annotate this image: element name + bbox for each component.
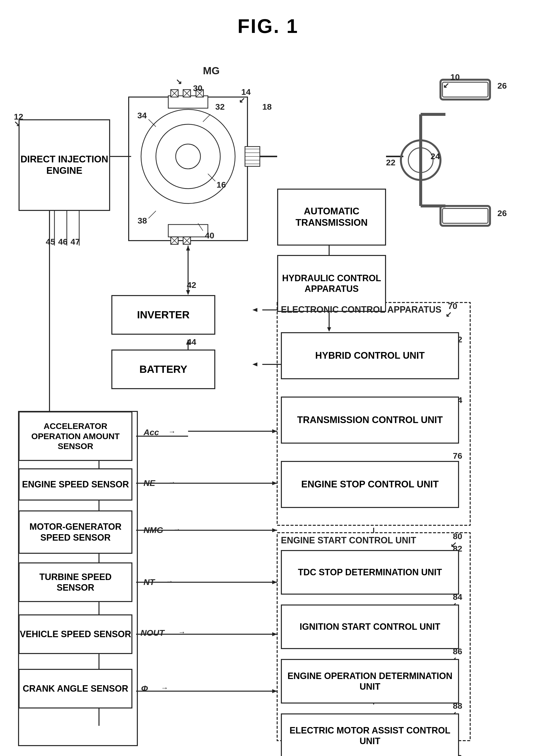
engine-operation-determination-unit-box: ENGINE OPERATION DETERMINATION UNIT <box>281 659 459 704</box>
engine-stop-control-unit-box: ENGINE STOP CONTROL UNIT <box>281 461 459 508</box>
engine-speed-sensor-box: ENGINE SPEED SENSOR <box>18 468 132 500</box>
label-70: 70 <box>448 301 457 311</box>
svg-rect-7 <box>183 89 190 97</box>
label-phi: Φ <box>141 684 148 693</box>
svg-marker-49 <box>186 246 190 251</box>
label-26b: 26 <box>497 208 507 218</box>
ignition-start-control-unit-box: IGNITION START CONTROL UNIT <box>281 604 459 649</box>
svg-point-4 <box>176 144 200 169</box>
svg-rect-16 <box>171 237 178 244</box>
turbine-speed-sensor-box: TURBINE SPEED SENSOR <box>18 563 132 602</box>
label-42: 42 <box>187 280 196 290</box>
svg-line-18 <box>171 237 178 244</box>
svg-line-31 <box>208 174 215 181</box>
battery-box: BATTERY <box>111 350 215 389</box>
inverter-box: INVERTER <box>111 295 215 335</box>
electric-motor-assist-control-unit-box: ELECTRIC MOTOR ASSIST CONTROL UNIT <box>281 713 459 756</box>
svg-line-33 <box>198 223 203 231</box>
direct-injection-engine-box: DIRECT INJECTION ENGINE <box>18 119 110 211</box>
label-14: 14 <box>241 87 251 97</box>
svg-line-11 <box>183 89 190 97</box>
label-44: 44 <box>187 337 196 347</box>
label-34: 34 <box>137 111 147 120</box>
fig-label: MG <box>203 65 220 77</box>
label-arrow-nout: → <box>178 628 185 636</box>
label-arrow-nt: → <box>166 577 173 586</box>
label-76: 76 <box>453 451 462 461</box>
svg-line-30 <box>203 114 210 122</box>
label-16: 16 <box>217 180 226 189</box>
svg-rect-23 <box>245 147 260 166</box>
label-18: 18 <box>262 102 272 112</box>
label-80: 80 <box>453 532 462 541</box>
label-arrow-nmg: → <box>173 525 181 534</box>
svg-marker-37 <box>327 327 331 332</box>
svg-marker-76 <box>272 689 277 693</box>
label-46: 46 <box>58 237 68 247</box>
label-arrow-ne: → <box>168 478 176 487</box>
engine-start-control-unit-label: ENGINE START CONTROL UNIT <box>281 535 416 546</box>
arrow-mg: ↘ <box>176 77 182 86</box>
accelerator-operation-amount-sensor-box: ACCELERATOR OPERATION AMOUNT SENSOR <box>18 411 132 461</box>
svg-marker-74 <box>272 632 277 636</box>
motor-generator-speed-sensor-box: MOTOR-GENERATOR SPEED SENSOR <box>18 510 132 554</box>
label-24: 24 <box>431 152 440 161</box>
svg-rect-43 <box>443 82 488 97</box>
electronic-control-apparatus-label: ELECTRONIC CONTROL APPARATUS <box>281 304 442 315</box>
svg-point-3 <box>156 124 220 189</box>
label-arrow-phi: → <box>161 684 168 692</box>
svg-line-29 <box>149 119 156 127</box>
svg-line-32 <box>149 211 156 218</box>
svg-line-10 <box>171 89 178 97</box>
svg-rect-45 <box>443 208 488 223</box>
svg-rect-6 <box>171 89 178 97</box>
svg-marker-50 <box>186 290 190 295</box>
diagram-container: MG ↘ 10 ↙ 14 ↙ 18 12 ↘ 30 34 32 16 38 40… <box>0 43 536 756</box>
transmission-control-unit-box: TRANSMISSION CONTROL UNIT <box>281 396 459 444</box>
svg-line-20 <box>183 237 190 244</box>
label-45: 45 <box>46 237 55 247</box>
label-arrow-14: ↙ <box>239 96 245 104</box>
label-arrow-70: ↙ <box>446 310 452 319</box>
label-32: 32 <box>215 102 225 112</box>
svg-rect-15 <box>168 224 208 237</box>
svg-marker-72 <box>272 580 277 584</box>
hydraulic-control-apparatus-box: HYDRAULIC CONTROL APPARATUS <box>277 255 386 312</box>
tdc-stop-determination-unit-box: TDC STOP DETERMINATION UNIT <box>281 550 459 595</box>
svg-line-19 <box>171 237 178 244</box>
label-38: 38 <box>138 216 147 225</box>
hybrid-control-unit-box: HYBRID CONTROL UNIT <box>281 332 459 379</box>
page-title: FIG. 1 <box>0 0 536 38</box>
label-nt: NT <box>144 577 155 587</box>
crank-angle-sensor-box: CRANK ANGLE SENSOR <box>18 669 132 708</box>
label-47: 47 <box>71 237 80 247</box>
label-30: 30 <box>193 84 202 93</box>
svg-rect-44 <box>441 206 490 226</box>
svg-marker-52 <box>252 308 257 312</box>
label-10: 10 <box>451 72 460 82</box>
svg-line-12 <box>183 89 190 97</box>
label-arrow-acc: → <box>168 428 176 436</box>
svg-marker-58 <box>252 362 257 366</box>
svg-marker-70 <box>272 528 277 532</box>
svg-line-21 <box>183 237 190 244</box>
label-ne: NE <box>144 478 155 488</box>
label-22: 22 <box>386 158 395 167</box>
vehicle-speed-sensor-box: VEHICLE SPEED SENSOR <box>18 614 132 654</box>
label-26a: 26 <box>497 81 507 90</box>
automatic-transmission-box: AUTOMATIC TRANSMISSION <box>277 189 386 246</box>
svg-marker-66 <box>272 429 277 433</box>
svg-rect-17 <box>183 237 190 244</box>
label-nmg: NMG <box>144 525 163 535</box>
label-40: 40 <box>205 231 214 240</box>
label-acc: Acc <box>144 428 159 437</box>
svg-line-9 <box>171 89 178 97</box>
svg-point-47 <box>408 148 433 173</box>
label-arrow-10: ↙ <box>443 81 449 89</box>
svg-rect-5 <box>168 96 208 108</box>
label-nout: NOUT <box>141 628 164 638</box>
svg-marker-68 <box>272 481 277 485</box>
